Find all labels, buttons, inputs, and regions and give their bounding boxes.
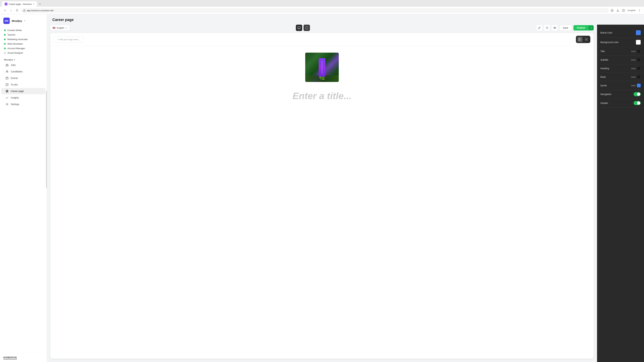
- job-list: Content Writer Teacher Marketing Associa…: [0, 27, 47, 56]
- quote-color-swatch[interactable]: [637, 84, 641, 87]
- browser-tabs: H Career page - Homerun × +: [0, 0, 644, 7]
- org-chevron-icon[interactable]: ▾: [24, 19, 25, 22]
- subtitle-color-swatch[interactable]: [637, 58, 641, 62]
- tab-close-button[interactable]: ×: [33, 3, 34, 5]
- list-item[interactable]: Teacher: [3, 32, 44, 37]
- more-menu-icon[interactable]: [638, 8, 641, 12]
- canvas-layout-btn-1[interactable]: [577, 37, 582, 42]
- right-panel: Brand color Background color Title Inter: [597, 25, 644, 362]
- scrollbar-thumb[interactable]: [46, 91, 47, 188]
- refresh-button[interactable]: [15, 8, 20, 13]
- toolbar-center: [296, 25, 310, 31]
- svg-rect-0: [24, 10, 25, 11]
- main-content: Career page 🇺🇸 English: [47, 14, 644, 362]
- list-item[interactable]: Marketing Associate: [3, 37, 44, 41]
- heading-color-swatch[interactable]: [637, 66, 641, 70]
- quote-font-row: Quote Inter: [597, 81, 644, 90]
- title-font-right: Inter: [631, 49, 641, 53]
- heading-font-right: Inter: [631, 66, 641, 70]
- publish-button[interactable]: Publish: [574, 25, 589, 30]
- hero-image: [305, 53, 339, 82]
- sidebar-item-label: Candidates: [11, 70, 23, 73]
- title-font-label: Title: [600, 50, 605, 53]
- status-dot: [4, 34, 6, 36]
- add-logo-button[interactable]: + Add your logo here...: [54, 36, 84, 42]
- homerun-logo: HOMERUN: [3, 356, 17, 359]
- job-label: Teacher: [8, 33, 16, 36]
- sidebar-item-events[interactable]: Events: [1, 75, 46, 81]
- body-font-row: Body Inter: [597, 73, 644, 81]
- svg-rect-31: [585, 38, 588, 39]
- header-toggle[interactable]: [634, 101, 641, 105]
- list-item[interactable]: Web Developer: [3, 41, 44, 46]
- desktop-view-button[interactable]: [296, 25, 302, 31]
- sidebar-item-candidates[interactable]: Candidates: [1, 68, 46, 75]
- active-tab[interactable]: H Career page - Homerun ×: [2, 1, 37, 7]
- header-toggle-row: Header: [597, 99, 644, 108]
- title-font-row: Title Inter: [597, 47, 644, 56]
- forward-button[interactable]: [9, 8, 14, 13]
- canvas-content: Enter a title...: [50, 46, 594, 359]
- save-button[interactable]: Save: [560, 25, 572, 31]
- background-color-swatch[interactable]: [636, 40, 641, 44]
- bookmark-icon[interactable]: [610, 8, 614, 12]
- job-label: Marketing Associate: [8, 38, 28, 40]
- sidebar-item-label: Events: [11, 77, 18, 79]
- toolbar-left: 🇺🇸 English: [50, 25, 70, 30]
- status-dot: [4, 38, 6, 40]
- mobile-view-button[interactable]: [304, 25, 310, 31]
- body-color-swatch[interactable]: [637, 75, 641, 79]
- address-bar[interactable]: app.homerun.co/career-site: [21, 8, 609, 13]
- settings-tool-button[interactable]: [544, 25, 550, 31]
- globe-icon: [5, 89, 9, 93]
- canvas-layout-btn-2[interactable]: [584, 37, 589, 42]
- brand-color-label: Brand color: [600, 31, 612, 34]
- publish-button-group: Publish: [574, 25, 594, 30]
- page-title-placeholder[interactable]: Enter a title...: [292, 90, 352, 101]
- sidebar-item-insights[interactable]: Insights: [1, 94, 46, 101]
- back-button[interactable]: [3, 8, 8, 13]
- tab-favicon: H: [5, 3, 8, 5]
- canvas-view-toggle: [576, 36, 590, 43]
- subtitle-font-label: Subtitle: [600, 58, 608, 61]
- sidebar-item-todos[interactable]: To-dos: [1, 81, 46, 88]
- svg-rect-28: [579, 38, 580, 40]
- sidebar-item-jobs[interactable]: Jobs: [1, 62, 46, 68]
- org-name: Moodjoy: [12, 19, 22, 22]
- navigation-toggle-label: Navigation: [600, 93, 612, 95]
- language-selector[interactable]: 🇺🇸 English: [50, 25, 70, 30]
- title-color-swatch[interactable]: [637, 49, 641, 53]
- sidebar-scroll-area: Content Writer Teacher Marketing Associa…: [0, 27, 47, 353]
- list-item[interactable]: Content Writer: [3, 28, 44, 32]
- list-item[interactable]: Visual Designer: [3, 51, 44, 55]
- sidebar-item-label: Settings: [11, 103, 19, 106]
- svg-rect-29: [580, 38, 581, 39]
- svg-rect-33: [586, 39, 588, 40]
- job-label: Account Manager: [8, 47, 25, 50]
- sidebar-section-moodjoy[interactable]: Moodjoy ▾: [0, 56, 47, 62]
- background-color-label: Background color: [600, 41, 619, 43]
- new-tab-button[interactable]: +: [38, 2, 42, 6]
- navigation-toggle[interactable]: [634, 92, 641, 96]
- sidebar-item-career-page[interactable]: Career page: [1, 88, 46, 94]
- language-label: English: [57, 27, 64, 29]
- sidebar-item-label: Career page: [11, 90, 24, 92]
- preview-tool-button[interactable]: [552, 25, 558, 31]
- brand-color-swatch[interactable]: [636, 30, 641, 35]
- split-view-icon[interactable]: [622, 8, 626, 12]
- sidebar-item-settings[interactable]: Settings: [1, 101, 46, 107]
- editor-panel: 🇺🇸 English: [47, 25, 597, 362]
- url-text[interactable]: app.homerun.co/career-site: [27, 9, 606, 12]
- gear-icon: [5, 103, 9, 106]
- job-label: Visual Designer: [8, 52, 23, 54]
- sidebar-item-label: To-dos: [11, 83, 18, 86]
- edit-tool-button[interactable]: [536, 25, 542, 31]
- download-icon[interactable]: [616, 8, 620, 12]
- sidebar-item-label: Jobs: [11, 64, 16, 66]
- job-label: Content Writer: [8, 29, 22, 31]
- list-item[interactable]: Account Manager: [3, 46, 44, 51]
- status-dot: [4, 48, 6, 49]
- subtitle-font-row: Subtitle Inter: [597, 56, 644, 64]
- publish-dropdown-arrow[interactable]: [589, 26, 594, 30]
- toolbar-right: Save Publish: [536, 25, 594, 31]
